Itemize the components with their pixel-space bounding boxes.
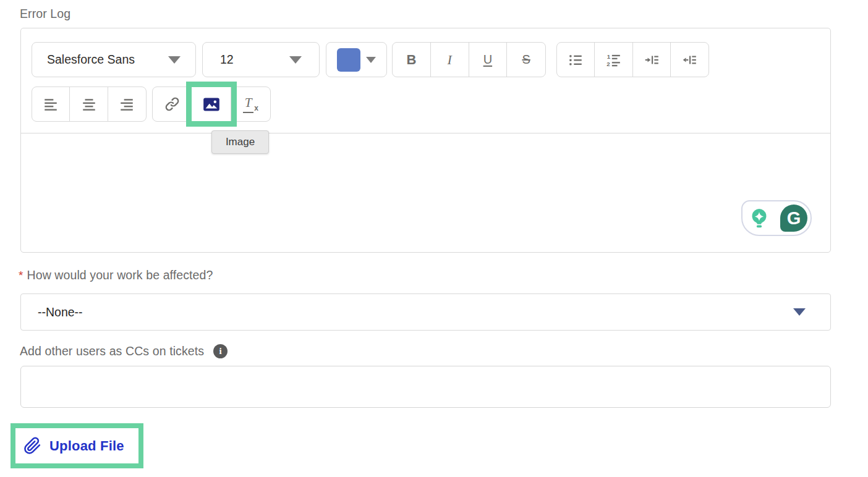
- chevron-down-icon: [793, 308, 806, 316]
- numbered-list-button[interactable]: 1 2: [595, 43, 632, 77]
- grammarly-widget[interactable]: G: [741, 200, 812, 236]
- image-button-tooltip: Image: [211, 130, 269, 154]
- error-log-field-label: Error Log: [20, 7, 70, 21]
- font-family-value: Salesforce Sans: [47, 53, 135, 67]
- insert-button-group: Tx: [152, 87, 271, 122]
- underline-button[interactable]: U: [469, 43, 508, 77]
- font-family-select[interactable]: Salesforce Sans: [32, 42, 196, 77]
- insert-image-button[interactable]: [192, 87, 231, 121]
- bullet-list-icon: [568, 52, 584, 68]
- affected-label-text: How would your work be affected?: [27, 268, 213, 282]
- bold-button[interactable]: B: [393, 43, 431, 77]
- indent-icon: [644, 52, 660, 68]
- grammarly-logo-icon[interactable]: G: [780, 205, 807, 232]
- info-icon[interactable]: i: [213, 344, 228, 358]
- color-swatch-icon: [337, 48, 360, 72]
- required-asterisk: *: [19, 269, 23, 282]
- align-center-icon: [81, 96, 97, 112]
- list-button-group: 1 2: [556, 42, 709, 77]
- align-left-icon: [43, 96, 59, 112]
- svg-text:2: 2: [607, 60, 611, 67]
- align-center-button[interactable]: [70, 87, 108, 121]
- svg-text:1: 1: [607, 53, 611, 59]
- font-size-select[interactable]: 12: [202, 42, 320, 77]
- affected-picklist[interactable]: --None--: [20, 293, 831, 331]
- cc-label-text: Add other users as CCs on tickets: [20, 344, 204, 358]
- text-color-button[interactable]: [326, 42, 387, 77]
- bullet-list-button[interactable]: [557, 43, 595, 77]
- chevron-down-icon: [289, 56, 302, 64]
- insert-link-button[interactable]: [153, 87, 192, 121]
- grammarly-suggestion-bulb-icon: [747, 206, 771, 230]
- outdent-icon: [681, 52, 697, 68]
- upload-file-label: Upload File: [49, 438, 124, 454]
- affected-field-label: * How would your work be affected?: [19, 268, 213, 282]
- numbered-list-icon: 1 2: [605, 52, 621, 68]
- editor-text-area[interactable]: G: [21, 133, 830, 253]
- font-size-value: 12: [220, 53, 234, 67]
- upload-file-link[interactable]: Upload File: [11, 423, 143, 468]
- rich-text-editor: Salesforce Sans 12 B I U S: [20, 28, 831, 253]
- cc-input[interactable]: [20, 366, 831, 408]
- italic-button[interactable]: I: [431, 43, 469, 77]
- clear-formatting-button[interactable]: Tx: [231, 87, 270, 121]
- align-left-button[interactable]: [32, 87, 70, 121]
- format-button-group: B I U S: [392, 42, 546, 77]
- affected-picklist-value: --None--: [38, 305, 83, 319]
- paperclip-icon: [23, 437, 41, 455]
- align-button-group: [32, 87, 147, 122]
- indent-button[interactable]: [633, 43, 671, 77]
- chevron-down-icon: [366, 57, 376, 63]
- link-icon: [164, 96, 181, 112]
- cc-field-label: Add other users as CCs on tickets i: [20, 344, 228, 358]
- chevron-down-icon: [168, 56, 181, 64]
- align-right-icon: [119, 96, 135, 112]
- align-right-button[interactable]: [108, 87, 146, 121]
- image-icon: [203, 96, 220, 113]
- strikethrough-button[interactable]: S: [507, 43, 545, 77]
- outdent-button[interactable]: [671, 43, 708, 77]
- clear-formatting-icon: Tx: [243, 95, 258, 113]
